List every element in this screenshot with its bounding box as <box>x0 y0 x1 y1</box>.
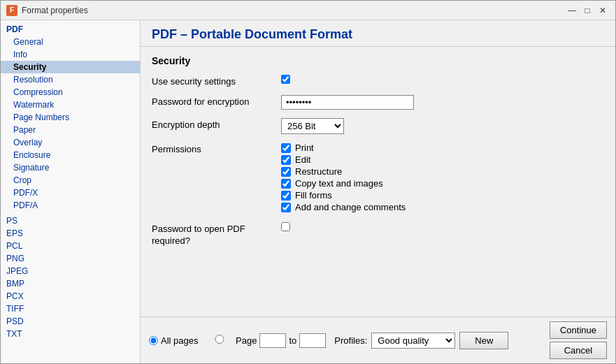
new-button[interactable]: New <box>459 332 508 349</box>
perm-restructure-checkbox[interactable] <box>281 167 291 177</box>
sidebar-item-enclosure[interactable]: Enclosure <box>1 149 140 161</box>
permissions-row: Permissions Print Edit <box>152 143 604 214</box>
pdf-password-checkbox[interactable] <box>281 222 290 231</box>
app-icon: F <box>6 5 17 16</box>
sidebar-item-pcx[interactable]: PCX <box>1 290 140 303</box>
sidebar-item-pdf[interactable]: PDF <box>1 23 140 36</box>
title-bar: F Format properties — □ ✕ <box>1 1 615 20</box>
sidebar-item-paper[interactable]: Paper <box>1 124 140 136</box>
sidebar-item-compression[interactable]: Compression <box>1 86 140 99</box>
use-security-row: Use security settings <box>152 75 604 87</box>
pdf-password-row: Password to open PDF required? <box>152 222 604 247</box>
permissions-label: Permissions <box>152 143 281 154</box>
use-security-checkbox[interactable] <box>281 75 290 84</box>
perm-copy-checkbox[interactable] <box>281 179 291 189</box>
main-panel: PDF – Portable Document Format Security … <box>141 20 615 363</box>
main-header: PDF – Portable Document Format <box>141 20 615 47</box>
perm-copy-label: Copy text and images <box>295 178 383 189</box>
sidebar-item-crop[interactable]: Crop <box>1 174 140 187</box>
perm-edit-checkbox[interactable] <box>281 155 291 165</box>
sidebar-item-pcl[interactable]: PCL <box>1 240 140 252</box>
sidebar-item-watermark[interactable]: Watermark <box>1 99 140 111</box>
profiles-row: Profiles: Good quality High quality Low … <box>334 332 508 349</box>
sidebar-item-psd[interactable]: PSD <box>1 315 140 328</box>
permissions-list: Print Edit Restructure <box>281 143 406 214</box>
sidebar-item-overlay[interactable]: Overlay <box>1 136 140 149</box>
cancel-button[interactable]: Cancel <box>550 342 607 359</box>
use-security-label: Use security settings <box>152 75 281 87</box>
use-security-control <box>281 75 604 84</box>
sidebar-item-eps[interactable]: EPS <box>1 227 140 240</box>
maximize-button[interactable]: □ <box>580 3 594 17</box>
sidebar-item-tiff[interactable]: TIFF <box>1 303 140 315</box>
to-label: to <box>289 335 296 346</box>
sidebar-item-png[interactable]: PNG <box>1 252 140 265</box>
encryption-row: Encryption depth 256 Bit 128 Bit 40 Bit <box>152 118 604 134</box>
sidebar-item-txt[interactable]: TXT <box>1 328 140 340</box>
encryption-label: Encryption depth <box>152 118 281 130</box>
all-pages-label: All pages <box>161 335 198 346</box>
all-pages-radio[interactable] <box>149 336 158 345</box>
perm-edit-label: Edit <box>295 154 310 165</box>
page-to-input[interactable] <box>299 333 326 348</box>
perm-comments-checkbox[interactable] <box>281 203 291 212</box>
perm-restructure-label: Restructure <box>295 166 342 177</box>
sidebar-item-signature[interactable]: Signature <box>1 161 140 174</box>
bottom-right: Continue Cancel <box>550 321 607 359</box>
perm-copy-row: Copy text and images <box>281 178 406 189</box>
sidebar-item-resolution[interactable]: Resolution <box>1 73 140 86</box>
perm-fill-checkbox[interactable] <box>281 191 291 201</box>
continue-button[interactable]: Continue <box>550 321 607 339</box>
minimize-button[interactable]: — <box>565 3 579 17</box>
sidebar-item-info[interactable]: Info <box>1 48 140 61</box>
page-from-input[interactable] <box>259 333 286 348</box>
window-controls: — □ ✕ <box>565 3 610 17</box>
all-pages-option[interactable]: All pages <box>149 335 198 346</box>
page-label: Page <box>236 335 257 346</box>
pages-radio-group: All pages <box>149 335 198 346</box>
password-row: Password for encryption <box>152 95 604 110</box>
pdf-password-label: Password to open PDF required? <box>152 222 281 247</box>
window-content: PDF General Info Security Resolution Com… <box>1 20 615 363</box>
sidebar-item-pdfa[interactable]: PDF/A <box>1 199 140 212</box>
main-content: Security Use security settings Password … <box>141 47 615 316</box>
page-radio-label[interactable]: Page <box>206 335 257 346</box>
perm-print-row: Print <box>281 143 406 153</box>
window-title: Format properties <box>22 6 565 15</box>
section-title: Security <box>152 55 604 66</box>
permissions-control: Print Edit Restructure <box>281 143 604 214</box>
format-properties-window: F Format properties — □ ✕ PDF General In… <box>0 0 616 364</box>
profiles-label: Profiles: <box>334 335 367 346</box>
sidebar: PDF General Info Security Resolution Com… <box>1 20 141 363</box>
sidebar-item-pdfx[interactable]: PDF/X <box>1 187 140 199</box>
sidebar-item-bmp[interactable]: BMP <box>1 277 140 290</box>
page-radio[interactable] <box>206 335 233 344</box>
sidebar-item-security[interactable]: Security <box>1 61 140 73</box>
profiles-select[interactable]: Good quality High quality Low quality <box>371 333 455 349</box>
perm-comments-row: Add and change comments <box>281 202 406 212</box>
sidebar-item-ps[interactable]: PS <box>1 214 140 227</box>
sidebar-item-general[interactable]: General <box>1 36 140 48</box>
bottom-bar: All pages Page to Profiles: <box>141 316 615 363</box>
encryption-select[interactable]: 256 Bit 128 Bit 40 Bit <box>281 118 344 134</box>
perm-restructure-row: Restructure <box>281 166 406 177</box>
password-label: Password for encryption <box>152 95 281 107</box>
page-range: Page to <box>206 333 326 348</box>
sidebar-item-jpeg[interactable]: JPEG <box>1 265 140 277</box>
perm-fill-label: Fill forms <box>295 190 332 201</box>
password-input[interactable] <box>281 95 414 110</box>
password-control <box>281 95 604 110</box>
encryption-control: 256 Bit 128 Bit 40 Bit <box>281 118 604 134</box>
perm-print-checkbox[interactable] <box>281 143 291 153</box>
perm-print-label: Print <box>295 143 314 153</box>
perm-edit-row: Edit <box>281 154 406 165</box>
pdf-password-control <box>281 222 604 231</box>
perm-fill-row: Fill forms <box>281 190 406 201</box>
close-button[interactable]: ✕ <box>596 3 610 17</box>
bottom-left: All pages Page to Profiles: <box>149 332 544 349</box>
sidebar-item-page-numbers[interactable]: Page Numbers <box>1 111 140 124</box>
perm-comments-label: Add and change comments <box>295 202 406 212</box>
